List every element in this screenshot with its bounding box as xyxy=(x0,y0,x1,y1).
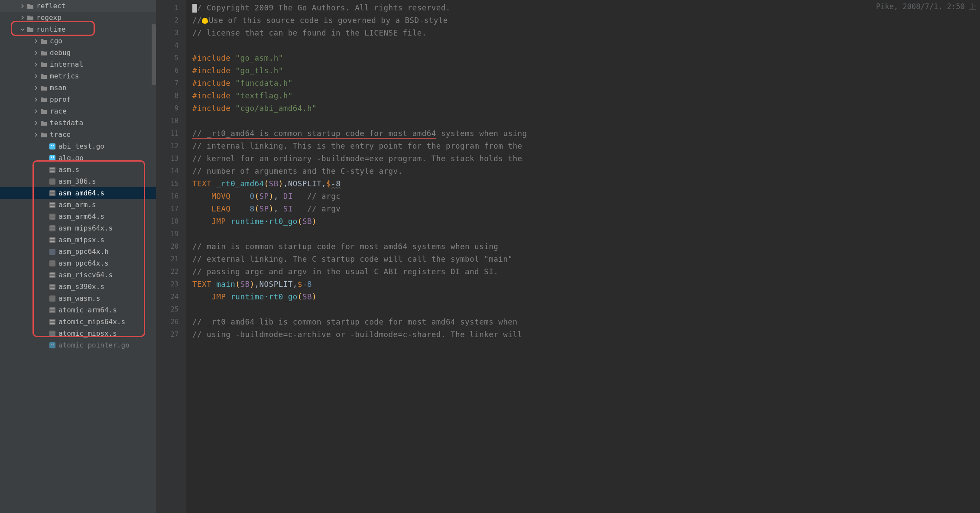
tree-item-asm-arm-s[interactable]: asm_arm.s xyxy=(0,199,156,211)
code-line[interactable]: TEXT main(SB),NOSPLIT,$-8 xyxy=(192,278,980,291)
tree-item-msan[interactable]: msan xyxy=(0,82,156,94)
code-line[interactable]: #include "go_tls.h" xyxy=(192,65,980,77)
tree-item-asm-s[interactable]: asm.s xyxy=(0,164,156,175)
code-line[interactable] xyxy=(192,115,980,127)
tree-item-race[interactable]: race xyxy=(0,105,156,117)
code-line[interactable]: #include "textflag.h" xyxy=(192,90,980,102)
line-number[interactable]: 7 xyxy=(156,77,186,90)
code-line[interactable]: // passing argc and argv in the usual C … xyxy=(192,266,980,278)
code-line[interactable]: // number of arguments and the C-style a… xyxy=(192,165,980,178)
sidebar-scrollbar[interactable] xyxy=(152,24,156,85)
tree-item-asm-s390x-s[interactable]: asm_s390x.s xyxy=(0,281,156,292)
line-number[interactable]: 19 xyxy=(156,228,186,240)
tree-item-abi-test-go[interactable]: abi_test.go xyxy=(0,140,156,152)
line-number[interactable]: 16 xyxy=(156,190,186,203)
line-number[interactable]: 14 xyxy=(156,165,186,178)
tree-item-trace[interactable]: trace xyxy=(0,129,156,140)
code-line[interactable]: // _rt0_amd64_lib is common startup code… xyxy=(192,316,980,328)
chevron-right-icon[interactable] xyxy=(32,133,39,137)
chevron-right-icon[interactable] xyxy=(32,51,39,55)
line-number[interactable]: 4 xyxy=(156,39,186,52)
tree-item-pprof[interactable]: pprof xyxy=(0,94,156,105)
tree-item-atomic-mips64x-s[interactable]: atomic_mips64x.s xyxy=(0,316,156,328)
code-line[interactable]: #include "cgo/abi_amd64.h" xyxy=(192,102,980,115)
line-number[interactable]: 8 xyxy=(156,90,186,102)
line-number[interactable]: 3 xyxy=(156,27,186,39)
line-number[interactable]: 13 xyxy=(156,153,186,165)
line-number[interactable]: 23 xyxy=(156,278,186,291)
chevron-right-icon[interactable] xyxy=(19,16,26,20)
code-line[interactable]: MOVQ 0(SP), DI // argc xyxy=(192,190,980,203)
chevron-right-icon[interactable] xyxy=(32,74,39,78)
code-line[interactable]: #include "go_asm.h" xyxy=(192,52,980,65)
tree-item-atomic-pointer-go[interactable]: atomic_pointer.go xyxy=(0,339,156,351)
tree-item-asm-wasm-s[interactable]: asm_wasm.s xyxy=(0,292,156,304)
line-number[interactable]: 22 xyxy=(156,266,186,278)
tree-item-asm-amd64-s[interactable]: asm_amd64.s xyxy=(0,187,156,199)
tree-item-runtime[interactable]: runtime xyxy=(0,23,156,35)
tree-item-metrics[interactable]: metrics xyxy=(0,70,156,82)
code-line[interactable] xyxy=(192,303,980,316)
tree-item-asm-riscv64-s[interactable]: asm_riscv64.s xyxy=(0,269,156,281)
line-number[interactable]: 27 xyxy=(156,328,186,341)
line-number[interactable]: 6 xyxy=(156,65,186,77)
line-number[interactable]: 10 xyxy=(156,115,186,127)
code-line[interactable]: TEXT _rt0_amd64(SB),NOSPLIT,$-8 xyxy=(192,178,980,190)
code-line[interactable]: LEAQ 8(SP), SI // argv xyxy=(192,203,980,215)
tree-item-debug[interactable]: debug xyxy=(0,47,156,58)
line-number[interactable]: 9 xyxy=(156,102,186,115)
tree-item-asm-ppc64x-s[interactable]: asm_ppc64x.s xyxy=(0,257,156,269)
tree-item-asm-ppc64x-h[interactable]: asm_ppc64x.h xyxy=(0,246,156,257)
chevron-right-icon[interactable] xyxy=(32,62,39,67)
code-line[interactable]: #include "funcdata.h" xyxy=(192,77,980,90)
line-number[interactable]: 12 xyxy=(156,140,186,153)
line-number[interactable]: 2 xyxy=(156,14,186,27)
tree-item-testdata[interactable]: testdata xyxy=(0,117,156,129)
file-tree-sidebar[interactable]: reflectregexpruntimecgodebuginternalmetr… xyxy=(0,0,156,513)
chevron-right-icon[interactable] xyxy=(32,109,39,114)
tree-item-asm-386-s[interactable]: asm_386.s xyxy=(0,175,156,187)
chevron-right-icon[interactable] xyxy=(19,4,26,8)
intention-bulb-icon[interactable] xyxy=(202,18,208,24)
chevron-right-icon[interactable] xyxy=(32,97,39,102)
line-number[interactable]: 26 xyxy=(156,316,186,328)
code-line[interactable]: // main is common startup code for most … xyxy=(192,240,980,253)
code-line[interactable] xyxy=(192,228,980,240)
code-line[interactable]: // kernel for an ordinary -buildmode=exe… xyxy=(192,153,980,165)
line-number[interactable]: 17 xyxy=(156,203,186,215)
line-number[interactable]: 24 xyxy=(156,291,186,303)
code-line[interactable]: // using -buildmode=c-archive or -buildm… xyxy=(192,328,980,341)
line-number[interactable]: 20 xyxy=(156,240,186,253)
line-number[interactable]: 11 xyxy=(156,127,186,140)
line-number[interactable]: 15 xyxy=(156,178,186,190)
line-number[interactable]: 21 xyxy=(156,253,186,266)
tree-item-alg-go[interactable]: alg.go xyxy=(0,152,156,164)
chevron-down-icon[interactable] xyxy=(19,27,26,32)
code-line[interactable] xyxy=(192,39,980,52)
code-editor[interactable]: Pike, 2008/7/1, 2:50 上 / Copyright 2009 … xyxy=(186,0,980,513)
chevron-right-icon[interactable] xyxy=(32,39,39,43)
code-line[interactable]: // license that can be found in the LICE… xyxy=(192,27,980,39)
tree-item-asm-mipsx-s[interactable]: asm_mipsx.s xyxy=(0,234,156,246)
code-line[interactable]: / Copyright 2009 The Go Authors. All rig… xyxy=(192,2,980,14)
code-line[interactable]: // _rt0_amd64 is common startup code for… xyxy=(192,127,980,140)
code-line[interactable]: //Use of this source code is governed by… xyxy=(192,14,980,27)
line-number[interactable]: 5 xyxy=(156,52,186,65)
code-line[interactable]: // internal linking. This is the entry p… xyxy=(192,140,980,153)
tree-item-asm-mips64x-s[interactable]: asm_mips64x.s xyxy=(0,222,156,234)
tree-item-reflect[interactable]: reflect xyxy=(0,0,156,12)
line-number[interactable]: 18 xyxy=(156,215,186,228)
chevron-right-icon[interactable] xyxy=(32,86,39,90)
code-line[interactable]: // external linking. The C startup code … xyxy=(192,253,980,266)
tree-item-atomic-mipsx-s[interactable]: atomic_mipsx.s xyxy=(0,328,156,339)
tree-item-asm-arm64-s[interactable]: asm_arm64.s xyxy=(0,211,156,222)
code-line[interactable]: JMP runtime·rt0_go(SB) xyxy=(192,215,980,228)
chevron-right-icon[interactable] xyxy=(32,121,39,125)
tree-item-atomic-arm64-s[interactable]: atomic_arm64.s xyxy=(0,304,156,316)
tree-item-cgo[interactable]: cgo xyxy=(0,35,156,47)
tree-item-internal[interactable]: internal xyxy=(0,58,156,70)
line-number[interactable]: 25 xyxy=(156,303,186,316)
code-line[interactable]: JMP runtime·rt0_go(SB) xyxy=(192,291,980,303)
tree-item-regexp[interactable]: regexp xyxy=(0,12,156,23)
line-number[interactable]: 1 xyxy=(156,2,186,14)
